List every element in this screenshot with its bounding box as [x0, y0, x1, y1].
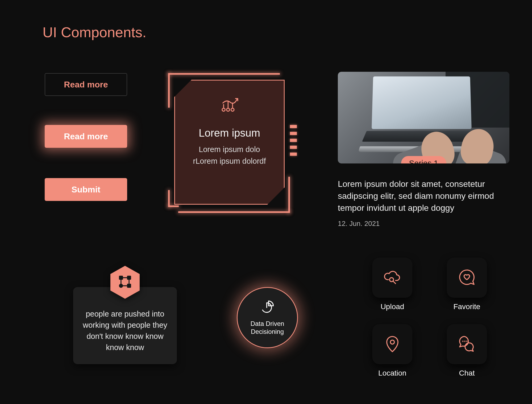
frame-decoration — [168, 205, 179, 207]
feature-card: Lorem ipsum Lorem ipsum dolo rLorem ipsu… — [160, 70, 303, 214]
read-more-outline-button[interactable]: Read more — [45, 73, 127, 96]
frame-decoration — [288, 177, 290, 213]
svg-point-18 — [465, 341, 465, 342]
icon-grid: Upload Favorite Location — [364, 258, 495, 377]
article-text: Lorem ipsum dolor sit amet, consetetur s… — [338, 178, 509, 214]
svg-point-9 — [119, 284, 123, 287]
read-more-glow-button[interactable]: Read more — [45, 125, 127, 148]
location-button[interactable] — [372, 324, 412, 364]
svg-rect-6 — [119, 276, 123, 279]
cloud-search-icon — [383, 268, 402, 288]
grid-item-chat: Chat — [439, 324, 495, 377]
heart-chat-icon — [457, 268, 476, 288]
page-title: UI Components. — [43, 24, 146, 40]
frame-decoration — [178, 211, 290, 213]
frame-decoration — [168, 73, 280, 75]
favorite-button[interactable] — [447, 258, 487, 298]
feature-card-title: Lorem ipsum — [199, 127, 260, 139]
info-card-text: people are pushed into working with peop… — [83, 310, 167, 352]
upload-button[interactable] — [372, 258, 412, 298]
location-pin-icon — [383, 334, 402, 354]
pie-chart-icon — [260, 300, 275, 320]
article-image: Series 1 — [338, 72, 509, 163]
grid-item-upload: Upload — [364, 258, 420, 311]
svg-line-15 — [393, 281, 396, 284]
grid-item-label: Favorite — [453, 302, 480, 311]
article-date: 12. Jun. 2021 — [338, 220, 509, 228]
circle-badge-label: Data Driven Decisioning — [238, 320, 297, 336]
grid-item-location: Location — [364, 324, 420, 377]
svg-point-17 — [463, 341, 463, 342]
analytics-icon — [220, 98, 239, 114]
feature-card-body: Lorem ipsum Lorem ipsum dolo rLorem ipsu… — [174, 80, 285, 205]
grid-item-favorite: Favorite — [439, 258, 495, 311]
svg-point-16 — [390, 340, 394, 344]
grid-item-label: Chat — [459, 369, 475, 377]
frame-decoration — [168, 190, 170, 207]
feature-card-subtitle: Lorem ipsum dolo rLorem ipsum dolordf — [186, 144, 273, 167]
network-icon — [118, 274, 132, 290]
frame-dots — [290, 125, 297, 156]
grid-item-label: Location — [378, 369, 406, 377]
grid-item-label: Upload — [381, 302, 404, 311]
frame-decoration — [168, 73, 170, 108]
series-badge[interactable]: Series 1 — [401, 156, 446, 163]
circle-badge[interactable]: Data Driven Decisioning — [237, 287, 298, 348]
svg-point-19 — [467, 341, 467, 342]
article-card: Series 1 Lorem ipsum dolor sit amet, con… — [338, 72, 509, 228]
chat-bubbles-icon — [457, 334, 476, 354]
svg-rect-8 — [127, 284, 131, 287]
submit-button[interactable]: Submit — [45, 178, 127, 201]
info-card-badge — [110, 266, 140, 299]
chat-button[interactable] — [447, 324, 487, 364]
svg-rect-7 — [127, 276, 131, 279]
